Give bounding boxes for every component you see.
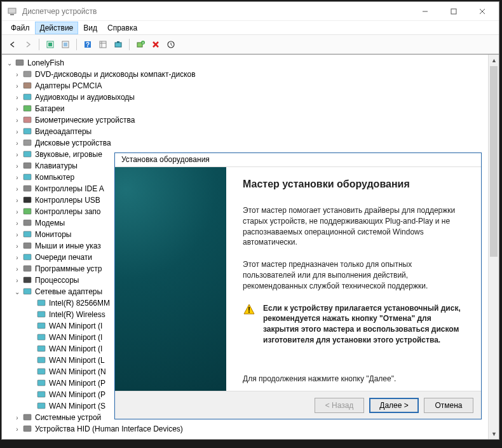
cancel-button[interactable]: Отмена bbox=[424, 398, 473, 413]
wizard-warning: ! Если к устройству прилагается установо… bbox=[243, 303, 465, 346]
tree-item-label: Контроллеры IDE A bbox=[35, 184, 104, 193]
chevron-right-icon[interactable]: › bbox=[13, 185, 21, 193]
chevron-right-icon[interactable]: › bbox=[13, 82, 21, 90]
show-hidden-icon[interactable] bbox=[43, 37, 57, 51]
chevron-right-icon[interactable]: › bbox=[13, 105, 21, 112]
chevron-right-icon[interactable]: › bbox=[13, 254, 21, 261]
svg-rect-28 bbox=[24, 94, 31, 100]
details-icon[interactable] bbox=[96, 37, 110, 51]
svg-rect-55 bbox=[37, 403, 45, 409]
chevron-right-icon[interactable]: › bbox=[13, 116, 21, 124]
mouse-icon bbox=[22, 241, 32, 251]
network-icon bbox=[22, 287, 32, 297]
wizard-heading: Мастер установки оборудования bbox=[243, 179, 465, 190]
tree-category[interactable]: ›Устройства HID (Human Interface Devices… bbox=[2, 423, 499, 435]
svg-rect-7 bbox=[48, 43, 52, 46]
svg-rect-25 bbox=[16, 60, 24, 65]
help-icon[interactable]: ? bbox=[81, 37, 95, 51]
scan-icon[interactable] bbox=[111, 37, 125, 51]
chevron-right-icon[interactable]: › bbox=[13, 162, 21, 170]
wizard-sidebar-graphic bbox=[115, 167, 226, 391]
wizard-paragraph-2: Этот мастер предназначен только для опыт… bbox=[243, 259, 465, 291]
tree-category[interactable]: ›Аудиовходы и аудиовыходы bbox=[2, 92, 499, 103]
svg-rect-49 bbox=[37, 334, 45, 340]
scroll-down-icon[interactable]: ▼ bbox=[489, 428, 499, 439]
tree-item-label: Системные устрой bbox=[35, 413, 101, 422]
tree-category[interactable]: ›DVD-дисководы и дисководы компакт-диско… bbox=[2, 69, 499, 80]
tree-item-label: Intel(R) Wireless bbox=[49, 310, 105, 319]
minimize-button[interactable] bbox=[410, 3, 439, 20]
warning-icon: ! bbox=[243, 303, 255, 346]
scroll-thumb[interactable] bbox=[490, 66, 498, 257]
svg-rect-18 bbox=[117, 41, 119, 43]
svg-rect-26 bbox=[24, 71, 31, 77]
tree-item-label: Очереди печати bbox=[35, 253, 92, 262]
forward-icon[interactable] bbox=[21, 37, 35, 51]
nic-icon bbox=[36, 321, 46, 331]
menu-file[interactable]: Файл bbox=[6, 22, 35, 34]
chevron-right-icon[interactable]: › bbox=[13, 265, 21, 273]
vertical-scrollbar[interactable]: ▲ ▼ bbox=[488, 55, 499, 439]
remove-icon[interactable] bbox=[149, 37, 163, 51]
storage-icon bbox=[22, 207, 32, 217]
window-title: Диспетчер устройств bbox=[22, 7, 410, 16]
tree-category[interactable]: ›Дисковые устройства bbox=[2, 137, 499, 149]
tree-item-label: DVD-дисководы и дисководы компакт-дисков bbox=[35, 70, 196, 79]
pcmcia-icon bbox=[22, 81, 32, 91]
chevron-right-icon[interactable]: › bbox=[13, 414, 21, 421]
chevron-right-icon[interactable]: › bbox=[13, 208, 21, 215]
chevron-down-icon[interactable]: ⌄ bbox=[13, 288, 21, 295]
svg-text:+: + bbox=[142, 40, 144, 44]
update-icon[interactable] bbox=[164, 37, 178, 51]
monitor-icon bbox=[22, 229, 32, 240]
chevron-right-icon[interactable]: › bbox=[13, 276, 21, 284]
menu-help[interactable]: Справка bbox=[102, 22, 142, 34]
back-button: < Назад bbox=[315, 398, 364, 413]
add-legacy-icon[interactable]: + bbox=[133, 37, 147, 51]
chevron-right-icon[interactable]: › bbox=[13, 425, 21, 433]
svg-rect-35 bbox=[24, 174, 31, 180]
close-button[interactable] bbox=[468, 3, 496, 20]
chevron-right-icon[interactable]: › bbox=[13, 196, 21, 204]
display-icon bbox=[22, 126, 32, 137]
printer-icon bbox=[22, 252, 32, 262]
tree-category[interactable]: ›Адаптеры PCMCIA bbox=[2, 80, 499, 92]
svg-rect-52 bbox=[37, 369, 45, 374]
chevron-right-icon[interactable]: › bbox=[13, 93, 21, 101]
svg-rect-17 bbox=[115, 43, 121, 47]
back-icon[interactable] bbox=[6, 37, 20, 51]
menu-action[interactable]: Действие bbox=[35, 22, 79, 34]
wizard-main-panel: Мастер установки оборудования Этот масте… bbox=[226, 167, 481, 391]
audio-icon bbox=[22, 92, 32, 102]
chevron-right-icon[interactable]: › bbox=[13, 128, 21, 135]
svg-rect-57 bbox=[24, 426, 31, 431]
chevron-right-icon[interactable]: › bbox=[13, 71, 21, 78]
menu-view[interactable]: Вид bbox=[78, 22, 102, 34]
nic-icon bbox=[36, 355, 46, 365]
chevron-right-icon[interactable]: › bbox=[13, 173, 21, 181]
chevron-right-icon[interactable]: › bbox=[13, 139, 21, 147]
tree-item-label: Модемы bbox=[35, 219, 65, 227]
tree-root[interactable]: ⌄LonelyFish bbox=[2, 57, 499, 69]
tree-item-label: Контроллеры USB bbox=[35, 196, 100, 205]
chevron-right-icon[interactable]: › bbox=[13, 242, 21, 250]
tree-item-label: WAN Miniport (I bbox=[49, 333, 102, 342]
chevron-right-icon[interactable]: › bbox=[13, 219, 21, 227]
usb-icon bbox=[22, 195, 32, 205]
tree-category[interactable]: ›Биометрические устройства bbox=[2, 114, 499, 126]
properties-icon[interactable] bbox=[58, 37, 72, 51]
chevron-right-icon[interactable]: › bbox=[13, 231, 21, 238]
chevron-down-icon[interactable]: ⌄ bbox=[6, 59, 13, 67]
toolbar: ? + bbox=[2, 35, 499, 54]
next-button[interactable]: Далее > bbox=[369, 398, 419, 413]
svg-rect-50 bbox=[37, 346, 45, 351]
scroll-up-icon[interactable]: ▲ bbox=[489, 55, 499, 65]
chevron-right-icon[interactable]: › bbox=[13, 151, 21, 158]
tree-item-label: Дисковые устройства bbox=[35, 139, 111, 147]
svg-rect-48 bbox=[37, 323, 45, 329]
tree-category[interactable]: ›Видеоадаптеры bbox=[2, 126, 499, 137]
svg-rect-14 bbox=[100, 41, 106, 48]
maximize-button[interactable] bbox=[439, 3, 468, 20]
svg-rect-36 bbox=[24, 186, 31, 191]
tree-category[interactable]: ›Батареи bbox=[2, 103, 499, 114]
